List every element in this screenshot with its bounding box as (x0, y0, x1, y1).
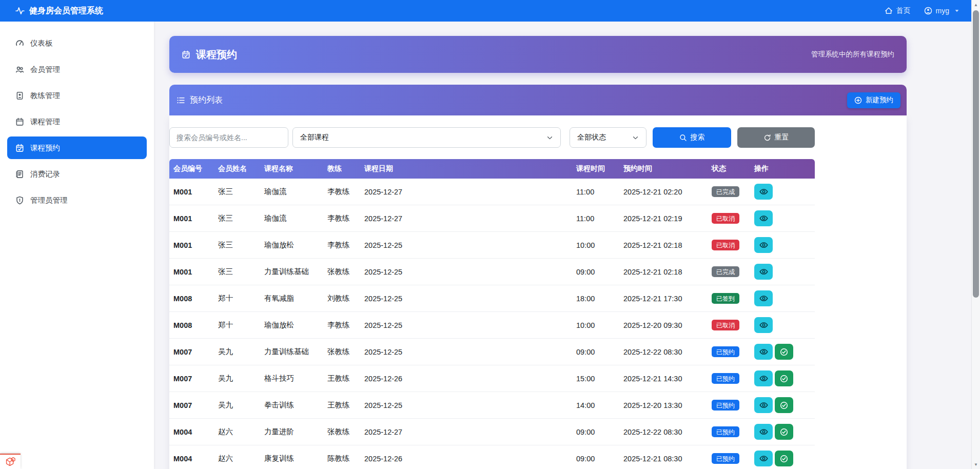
view-button[interactable] (754, 237, 773, 253)
debugbar-toggle[interactable] (0, 454, 21, 469)
view-button[interactable] (754, 424, 773, 440)
view-button[interactable] (754, 397, 773, 413)
status-badge: 已取消 (712, 240, 739, 250)
checkin-button[interactable] (775, 424, 793, 440)
cell-course-name: 力量训练基础 (260, 259, 323, 285)
cell-coach: 张教练 (323, 339, 360, 365)
cell-member-id: M001 (169, 179, 214, 205)
reset-button[interactable]: 重置 (737, 127, 815, 148)
scrollbar-down-arrow[interactable]: ▼ (972, 460, 980, 469)
top-navbar: 健身房会员管理系统 首页 myg (0, 0, 980, 22)
table-row: M004赵六康复训练陈教练2025-12-2609:002025-12-21 0… (169, 445, 815, 469)
status-badge: 已预约 (712, 373, 739, 384)
checkin-button[interactable] (775, 397, 793, 413)
cell-course-time: 14:00 (572, 392, 619, 419)
reset-button-label: 重置 (775, 133, 789, 142)
sidebar-item-教练管理[interactable]: 教练管理 (7, 84, 147, 107)
search-input[interactable] (169, 127, 288, 148)
user-menu[interactable]: myg (924, 7, 959, 15)
status-badge: 已取消 (712, 213, 739, 224)
cell-status: 已预约 (708, 445, 750, 469)
journal-icon (15, 170, 24, 179)
cell-course-time: 09:00 (572, 339, 619, 365)
list-icon (177, 96, 185, 105)
status-badge: 已预约 (712, 453, 739, 464)
person-badge-icon (15, 91, 24, 100)
cell-booking-time: 2025-12-22 08:30 (619, 419, 708, 445)
status-badge: 已取消 (712, 320, 739, 330)
speedometer-icon (15, 39, 24, 48)
view-button[interactable] (754, 184, 773, 200)
cell-actions (750, 179, 815, 205)
cell-course-time: 11:00 (572, 179, 619, 205)
sidebar: 仪表板会员管理教练管理课程管理课程预约消费记录管理员管理 (0, 22, 154, 469)
checkin-button[interactable] (775, 451, 793, 466)
cell-member-name: 张三 (214, 259, 260, 285)
view-button[interactable] (754, 290, 773, 306)
view-button[interactable] (754, 451, 773, 466)
arrow-clockwise-icon (763, 134, 771, 142)
view-button[interactable] (754, 370, 773, 386)
sidebar-item-仪表板[interactable]: 仪表板 (7, 32, 147, 54)
cell-actions (750, 445, 815, 469)
sidebar-item-课程预约[interactable]: 课程预约 (7, 136, 147, 159)
check-circle-icon (780, 455, 788, 463)
cell-status: 已预约 (708, 339, 750, 365)
course-select[interactable]: 全部课程 (292, 127, 561, 148)
navbar-right: 首页 myg (885, 6, 959, 15)
cell-member-id: M001 (169, 232, 214, 259)
cell-course-time: 09:00 (572, 419, 619, 445)
eye-icon (759, 214, 768, 223)
table-row: M004赵六力量进阶张教练2025-12-2709:002025-12-22 0… (169, 419, 815, 445)
scrollbar-up-arrow[interactable]: ▲ (972, 0, 980, 9)
app-brand[interactable]: 健身房会员管理系统 (15, 6, 103, 16)
scrollbar-thumb[interactable] (973, 10, 979, 298)
cell-status: 已完成 (708, 259, 750, 285)
status-select[interactable]: 全部状态 (570, 127, 646, 148)
eye-icon (759, 267, 768, 276)
cell-course-name: 瑜伽放松 (260, 312, 323, 339)
eye-icon (759, 321, 768, 329)
cell-course-time: 11:00 (572, 205, 619, 232)
checkin-button[interactable] (775, 344, 793, 360)
nav-home-link[interactable]: 首页 (885, 6, 911, 15)
sidebar-item-label: 课程管理 (30, 117, 60, 127)
col-coach: 教练 (323, 159, 360, 179)
cell-member-id: M004 (169, 445, 214, 469)
eye-icon (759, 374, 768, 383)
sidebar-item-课程管理[interactable]: 课程管理 (7, 110, 147, 133)
checkin-button[interactable] (775, 370, 793, 386)
table-row: M008郑十瑜伽放松李教练2025-12-2510:002025-12-20 0… (169, 312, 815, 339)
cell-booking-time: 2025-12-21 02:20 (619, 179, 708, 205)
col-status: 状态 (708, 159, 750, 179)
cell-member-name: 吴九 (214, 339, 260, 365)
bookings-table: 会员编号 会员姓名 课程名称 教练 课程日期 课程时间 预约时间 状态 操作 M… (169, 159, 815, 469)
sidebar-item-管理员管理[interactable]: 管理员管理 (7, 189, 147, 211)
sidebar-item-label: 课程预约 (30, 143, 60, 153)
view-button[interactable] (754, 264, 773, 280)
cell-coach: 王教练 (323, 392, 360, 419)
view-button[interactable] (754, 344, 773, 360)
check-circle-icon (780, 375, 788, 383)
col-actions: 操作 (750, 159, 815, 179)
shield-icon (15, 196, 24, 205)
new-booking-button[interactable]: 新建预约 (847, 92, 900, 108)
col-booking-time: 预约时间 (619, 159, 708, 179)
plus-circle-icon (854, 96, 862, 104)
view-button[interactable] (754, 210, 773, 226)
cell-member-name: 张三 (214, 179, 260, 205)
cell-booking-time: 2025-12-21 17:30 (619, 285, 708, 312)
cell-actions (750, 312, 815, 339)
search-button[interactable]: 搜索 (653, 127, 731, 148)
cell-coach: 李教练 (323, 232, 360, 259)
cell-coach: 张教练 (323, 259, 360, 285)
page-scrollbar[interactable]: ▲ ▼ (971, 0, 980, 469)
view-button[interactable] (754, 317, 773, 333)
app-title: 健身房会员管理系统 (29, 6, 103, 16)
sidebar-item-会员管理[interactable]: 会员管理 (7, 58, 147, 81)
cell-course-name: 力量进阶 (260, 419, 323, 445)
sidebar-item-消费记录[interactable]: 消费记录 (7, 163, 147, 185)
cell-status: 已预约 (708, 365, 750, 392)
cell-course-date: 2025-12-25 (360, 312, 572, 339)
cell-course-name: 有氧减脂 (260, 285, 323, 312)
